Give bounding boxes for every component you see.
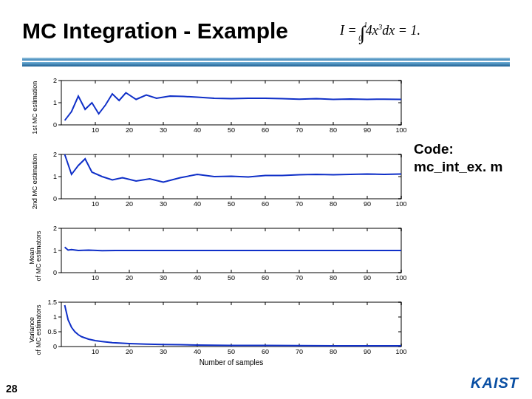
xlabel: Number of samples — [61, 358, 401, 366]
svg-text:1: 1 — [53, 247, 57, 254]
plot-stack: 1st MC estimation 0121020304050607080901… — [18, 78, 410, 388]
svg-rect-120 — [61, 302, 401, 347]
chart-3: 012102030405060708090100 — [61, 225, 401, 283]
svg-text:10: 10 — [92, 274, 99, 282]
page-number: 28 — [6, 383, 18, 395]
svg-text:60: 60 — [262, 126, 269, 134]
svg-text:60: 60 — [262, 348, 269, 355]
svg-text:90: 90 — [364, 274, 371, 282]
svg-text:80: 80 — [330, 348, 337, 355]
svg-text:50: 50 — [228, 348, 235, 355]
ylabel-1: 1st MC estimation — [32, 81, 38, 134]
chart-panel-4: Variance of MC estimators 00.511.5102030… — [18, 299, 410, 370]
chart-panel-3: Mean of MC estimators 012102030405060708… — [18, 225, 410, 296]
svg-text:80: 80 — [330, 200, 337, 208]
svg-text:0: 0 — [53, 269, 57, 276]
svg-text:30: 30 — [160, 200, 167, 208]
svg-text:1.5: 1.5 — [47, 299, 57, 306]
svg-text:50: 50 — [228, 274, 235, 282]
ylabel-2: 2nd MC estimation — [32, 154, 38, 209]
svg-text:40: 40 — [194, 126, 201, 134]
svg-text:1: 1 — [53, 99, 57, 106]
svg-text:20: 20 — [126, 348, 133, 355]
svg-text:90: 90 — [364, 200, 371, 208]
ylabel-3: Mean of MC estimators — [29, 231, 43, 281]
svg-text:1: 1 — [53, 173, 57, 180]
svg-text:40: 40 — [194, 274, 201, 282]
svg-text:0: 0 — [53, 121, 57, 129]
svg-text:2: 2 — [53, 225, 57, 232]
svg-text:70: 70 — [296, 126, 303, 134]
svg-text:20: 20 — [126, 126, 133, 134]
svg-text:60: 60 — [262, 200, 269, 208]
chart-1: 012102030405060708090100 — [61, 78, 401, 135]
code-filename: mc_int_ex. m — [414, 158, 502, 176]
svg-text:30: 30 — [160, 274, 167, 282]
chart-panel-1: 1st MC estimation 0121020304050607080901… — [18, 78, 410, 149]
svg-text:50: 50 — [228, 200, 235, 208]
svg-text:100: 100 — [395, 348, 406, 355]
code-label: Code: — [414, 140, 502, 158]
svg-text:100: 100 — [395, 126, 406, 134]
svg-text:50: 50 — [228, 126, 235, 134]
svg-text:70: 70 — [296, 274, 303, 282]
svg-text:100: 100 — [395, 274, 406, 282]
svg-text:1: 1 — [53, 313, 57, 321]
svg-text:40: 40 — [194, 200, 201, 208]
svg-text:0: 0 — [53, 195, 57, 202]
svg-rect-0 — [61, 81, 401, 125]
svg-text:70: 70 — [296, 348, 303, 355]
svg-text:20: 20 — [126, 274, 133, 282]
code-reference: Code: mc_int_ex. m — [414, 140, 502, 176]
svg-text:10: 10 — [92, 348, 99, 355]
svg-text:20: 20 — [126, 200, 133, 208]
svg-text:2: 2 — [53, 151, 57, 158]
svg-text:40: 40 — [194, 348, 201, 355]
svg-text:100: 100 — [395, 200, 406, 208]
svg-text:80: 80 — [330, 126, 337, 134]
svg-text:80: 80 — [330, 274, 337, 282]
chart-2: 012102030405060708090100 — [61, 151, 401, 209]
svg-text:10: 10 — [92, 126, 99, 134]
integral-equation: I = ∫10 4x3dx = 1. — [340, 21, 420, 44]
svg-text:0: 0 — [53, 343, 57, 350]
svg-text:30: 30 — [160, 348, 167, 355]
svg-text:30: 30 — [160, 126, 167, 134]
kaist-logo: KAIST — [471, 375, 519, 392]
svg-text:90: 90 — [364, 348, 371, 355]
svg-text:0.5: 0.5 — [47, 328, 57, 335]
page-title: MC Integration - Example — [22, 18, 288, 44]
svg-text:70: 70 — [296, 200, 303, 208]
chart-4: 00.511.5102030405060708090100 — [61, 299, 401, 357]
svg-text:90: 90 — [364, 126, 371, 134]
svg-text:2: 2 — [53, 77, 57, 84]
svg-text:10: 10 — [92, 200, 99, 208]
chart-panel-2: 2nd MC estimation 0121020304050607080901… — [18, 151, 410, 222]
svg-text:60: 60 — [262, 274, 269, 282]
ylabel-4: Variance of MC estimators — [29, 304, 43, 355]
